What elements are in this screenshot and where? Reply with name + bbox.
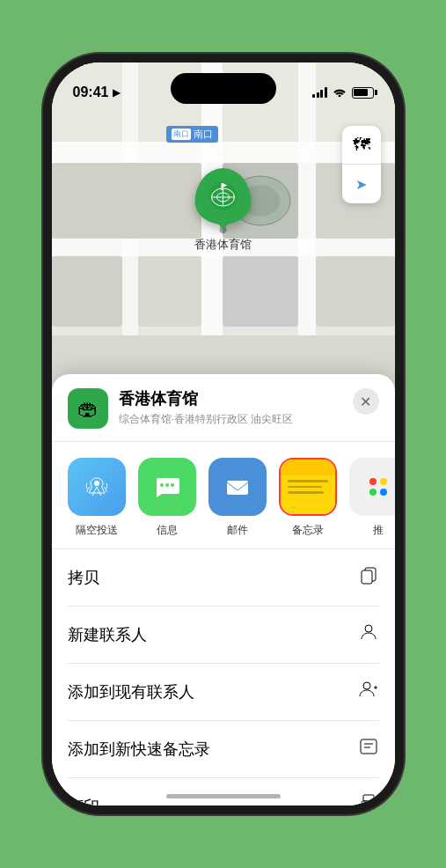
svg-point-32 xyxy=(363,682,370,689)
location-icon: 🏟 xyxy=(68,388,108,429)
svg-rect-6 xyxy=(52,163,201,239)
messages-icon xyxy=(138,458,196,516)
share-item-notes[interactable]: 备忘录 xyxy=(279,458,337,538)
status-time: 09:41 ▶ xyxy=(73,85,121,100)
dynamic-island xyxy=(171,73,276,104)
map-controls[interactable]: 🗺 ➤ xyxy=(342,126,381,203)
location-subtitle: 综合体育馆·香港特别行政区 油尖旺区 xyxy=(119,412,342,427)
svg-point-25 xyxy=(160,483,164,487)
map-type-button[interactable]: 🗺 xyxy=(342,126,381,165)
airdrop-label: 隔空投送 xyxy=(76,523,118,538)
add-contact-icon xyxy=(358,679,379,705)
svg-rect-38 xyxy=(363,795,374,801)
action-item-copy[interactable]: 拷贝 xyxy=(68,549,379,607)
action-item-add-contact[interactable]: 添加到现有联系人 xyxy=(68,664,379,721)
pin-label: 香港体育馆 xyxy=(194,237,252,253)
new-contact-label: 新建联系人 xyxy=(68,624,147,645)
share-item-mail[interactable]: 邮件 xyxy=(208,458,267,538)
add-contact-label: 添加到现有联系人 xyxy=(68,681,194,702)
airdrop-icon xyxy=(68,458,126,516)
new-contact-icon xyxy=(358,622,379,648)
signal-icon xyxy=(312,87,327,98)
more-label: 推 xyxy=(373,523,384,538)
battery-icon xyxy=(352,87,374,99)
svg-point-26 xyxy=(165,483,169,487)
phone-frame: 09:41 ▶ xyxy=(52,63,395,805)
mail-label: 邮件 xyxy=(227,523,248,538)
location-card: 🏟 香港体育馆 综合体育馆·香港特别行政区 油尖旺区 ✕ xyxy=(52,374,395,442)
svg-rect-30 xyxy=(362,570,372,584)
location-name: 香港体育馆 xyxy=(119,388,342,409)
share-row: 隔空投送 信息 xyxy=(52,442,395,549)
location-info: 香港体育馆 综合体育馆·香港特别行政区 油尖旺区 xyxy=(119,388,342,427)
bottom-sheet: 🏟 香港体育馆 综合体育馆·香港特别行政区 油尖旺区 ✕ xyxy=(52,374,395,805)
share-item-airdrop[interactable]: 隔空投送 xyxy=(68,458,126,538)
action-item-print[interactable]: 打印 xyxy=(68,778,379,805)
more-icon xyxy=(349,458,395,516)
quick-note-label: 添加到新快速备忘录 xyxy=(68,739,210,760)
share-item-messages[interactable]: 信息 xyxy=(138,458,196,538)
svg-rect-9 xyxy=(52,256,122,327)
copy-label: 拷贝 xyxy=(68,567,99,588)
svg-point-31 xyxy=(365,625,372,632)
print-label: 打印 xyxy=(68,796,99,805)
home-indicator xyxy=(166,794,281,798)
mail-icon xyxy=(208,458,267,516)
svg-point-24 xyxy=(94,481,99,486)
svg-rect-11 xyxy=(223,256,298,327)
wifi-icon xyxy=(333,86,347,99)
notes-icon xyxy=(281,460,335,514)
notes-label: 备忘录 xyxy=(292,523,324,538)
messages-label: 信息 xyxy=(157,523,178,538)
time-label: 09:41 xyxy=(73,85,109,100)
pin-icon xyxy=(195,168,252,224)
nankou-label: 南口 南口 xyxy=(166,126,218,143)
svg-rect-22 xyxy=(222,183,223,190)
action-item-new-contact[interactable]: 新建联系人 xyxy=(68,607,379,664)
close-button[interactable]: ✕ xyxy=(353,388,379,415)
copy-icon xyxy=(358,564,379,591)
print-icon xyxy=(358,793,379,805)
notes-selected-border xyxy=(279,458,337,516)
location-arrow-icon: ▶ xyxy=(113,87,120,99)
stadium-pin: 香港体育馆 xyxy=(194,168,252,253)
svg-rect-12 xyxy=(316,256,395,327)
nankou-prefix: 南口 xyxy=(172,129,191,140)
svg-rect-28 xyxy=(227,481,248,495)
svg-rect-35 xyxy=(361,739,377,754)
svg-point-27 xyxy=(171,483,174,487)
location-button[interactable]: ➤ xyxy=(342,165,381,203)
nankou-text: 南口 xyxy=(194,128,213,141)
share-item-more[interactable]: 推 xyxy=(349,458,395,538)
svg-point-41 xyxy=(372,804,374,805)
action-list: 拷贝 新建联系人 添加到现有联系人 xyxy=(52,549,395,805)
quick-note-icon xyxy=(358,736,379,762)
svg-rect-10 xyxy=(138,256,201,327)
action-item-quick-note[interactable]: 添加到新快速备忘录 xyxy=(68,721,379,778)
status-icons xyxy=(312,86,374,99)
